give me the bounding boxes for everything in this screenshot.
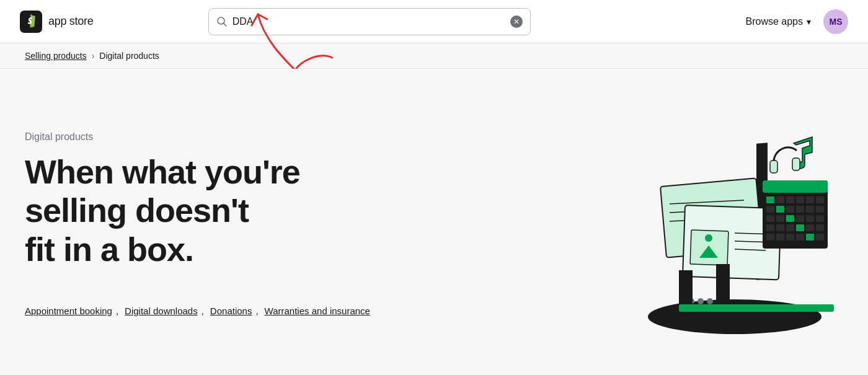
svg-rect-50 [792, 158, 800, 170]
breadcrumb-separator: › [92, 51, 95, 61]
svg-rect-48 [816, 234, 824, 240]
search-input[interactable] [232, 16, 505, 27]
logo-link[interactable]: app store [20, 11, 93, 33]
app-header: app store ✕ Browse apps ▾ [0, 0, 868, 43]
hero-link-digital-downloads[interactable]: Digital downloads [125, 306, 198, 316]
svg-rect-35 [806, 215, 814, 222]
svg-rect-49 [770, 161, 777, 173]
hero-section: Digital products When what you're sellin… [0, 69, 868, 366]
svg-rect-44 [776, 234, 784, 240]
svg-line-2 [223, 23, 226, 26]
svg-rect-24 [816, 196, 824, 203]
browse-apps-button[interactable]: Browse apps ▾ [745, 16, 811, 27]
svg-rect-18 [763, 180, 828, 193]
nav-right: Browse apps ▾ MS [745, 9, 848, 34]
logo-text: app store [48, 15, 93, 28]
svg-rect-32 [776, 215, 784, 222]
svg-rect-20 [776, 196, 784, 203]
chevron-down-icon: ▾ [807, 17, 811, 27]
clear-search-button[interactable]: ✕ [510, 15, 523, 28]
svg-rect-25 [766, 206, 774, 213]
svg-rect-23 [806, 196, 814, 203]
browse-apps-label: Browse apps [745, 16, 803, 27]
svg-point-13 [705, 234, 712, 242]
hero-link-warranties-insurance[interactable]: Warranties and insurance [265, 306, 370, 316]
svg-rect-29 [806, 206, 814, 213]
search-container: ✕ [208, 8, 531, 35]
svg-rect-40 [796, 224, 804, 231]
hero-category-label: Digital products [25, 131, 397, 143]
hero-link-donations[interactable]: Donations [210, 306, 252, 316]
svg-rect-26 [776, 206, 784, 213]
svg-rect-46 [796, 234, 804, 240]
svg-rect-47 [806, 234, 814, 240]
svg-rect-31 [766, 215, 774, 222]
digital-products-illustration [620, 106, 843, 342]
svg-rect-28 [796, 206, 804, 213]
svg-rect-56 [679, 304, 834, 312]
svg-point-53 [707, 298, 713, 304]
svg-rect-39 [786, 224, 794, 231]
search-icon [216, 16, 228, 27]
svg-rect-22 [796, 196, 804, 203]
user-avatar[interactable]: MS [823, 9, 848, 34]
svg-rect-30 [816, 206, 824, 213]
svg-rect-21 [786, 196, 794, 203]
breadcrumb-parent-link[interactable]: Selling products [25, 51, 87, 61]
svg-rect-45 [786, 234, 794, 240]
hero-title-line2: fit in a box. [25, 231, 193, 268]
svg-rect-19 [766, 196, 774, 203]
hero-category-links: Appointment booking , Digital downloads … [25, 306, 397, 316]
hero-link-appointment-booking[interactable]: Appointment booking [25, 306, 112, 316]
svg-rect-43 [766, 234, 774, 240]
svg-rect-33 [786, 215, 794, 222]
hero-title: When what you're selling doesn't fit in … [25, 152, 397, 268]
svg-rect-37 [766, 224, 774, 231]
svg-rect-42 [816, 224, 824, 231]
hero-title-line1: When what you're selling doesn't [25, 153, 300, 229]
svg-rect-34 [796, 215, 804, 222]
svg-rect-41 [806, 224, 814, 231]
hero-content: Digital products When what you're sellin… [25, 131, 397, 315]
svg-point-52 [698, 298, 704, 304]
avatar-initials: MS [829, 17, 842, 27]
breadcrumb: Selling products › Digital products [0, 43, 868, 69]
shopify-logo-icon [20, 11, 42, 33]
svg-rect-38 [776, 224, 784, 231]
search-bar: ✕ [208, 8, 531, 35]
breadcrumb-current: Digital products [99, 51, 159, 61]
svg-rect-27 [786, 206, 794, 213]
svg-rect-36 [816, 215, 824, 222]
hero-illustration [620, 106, 843, 342]
